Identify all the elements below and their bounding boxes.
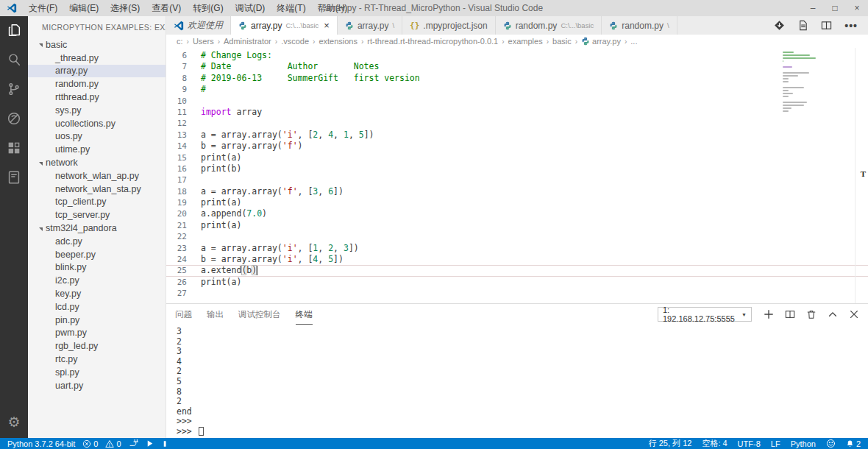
tree-item-uos.py[interactable]: uos.py bbox=[28, 130, 166, 144]
breadcrumb-item-3[interactable]: .vscode bbox=[281, 37, 309, 46]
breadcrumb-item-7[interactable]: basic bbox=[552, 37, 572, 46]
code-editor[interactable]: 6# Change Logs:7# Date Author Notes8# 20… bbox=[166, 48, 868, 303]
menu-item-5[interactable]: 调试(D) bbox=[230, 3, 271, 13]
tree-item-basic[interactable]: basic bbox=[28, 38, 166, 52]
language-mode[interactable]: Python bbox=[791, 439, 816, 448]
tree-item-key.py[interactable]: key.py bbox=[28, 287, 166, 300]
code-line-13[interactable]: 13a = array.array('i', [2, 4, 1, 5]) bbox=[166, 130, 868, 141]
tree-item-tcp_client.py[interactable]: tcp_client.py bbox=[28, 196, 166, 209]
code-line-21[interactable]: 21print(a) bbox=[166, 220, 868, 231]
stop-button[interactable] bbox=[161, 439, 168, 448]
activity-micropython-examples[interactable] bbox=[0, 163, 28, 193]
tree-item-adc.py[interactable]: adc.py bbox=[28, 235, 166, 248]
code-line-6[interactable]: 6# Change Logs: bbox=[166, 50, 868, 61]
split-editor-icon[interactable] bbox=[821, 20, 832, 31]
code-line-20[interactable]: 20a.append(7.0) bbox=[166, 208, 868, 219]
split-terminal-icon[interactable] bbox=[785, 309, 795, 319]
code-line-15[interactable]: 15print(a) bbox=[166, 152, 868, 163]
rt-thread-download-icon[interactable] bbox=[774, 20, 785, 31]
tree-item-ucollections.py[interactable]: ucollections.py bbox=[28, 117, 166, 130]
tree-item-rgb_led.py[interactable]: rgb_led.py bbox=[28, 339, 166, 353]
notifications-bell[interactable]: 2 bbox=[846, 439, 861, 448]
code-line-27[interactable]: 27 bbox=[166, 288, 868, 299]
menu-item-1[interactable]: 编辑(E) bbox=[63, 3, 104, 13]
breadcrumb-item-2[interactable]: Administrator bbox=[224, 37, 271, 46]
tree-item-pwm.py[interactable]: pwm.py bbox=[28, 327, 166, 340]
code-line-7[interactable]: 7# Date Author Notes bbox=[166, 61, 868, 72]
tab-random.py-5[interactable]: random.py\ bbox=[602, 16, 677, 35]
tree-item-network_wlan_ap.py[interactable]: network_wlan_ap.py bbox=[28, 169, 166, 183]
breadcrumb-item-9[interactable]: ... bbox=[630, 37, 637, 46]
tree-item-uart.py[interactable]: uart.py bbox=[28, 379, 166, 392]
menu-item-6[interactable]: 终端(T) bbox=[271, 3, 311, 13]
code-line-22[interactable]: 22 bbox=[166, 231, 868, 242]
code-line-23[interactable]: 23a = array.array('i', [1, 2, 3]) bbox=[166, 243, 868, 254]
activity-explorer[interactable] bbox=[0, 16, 28, 46]
menu-item-3[interactable]: 查看(V) bbox=[146, 3, 187, 13]
code-line-14[interactable]: 14b = array.array('f') bbox=[166, 141, 868, 152]
encoding[interactable]: UTF-8 bbox=[738, 439, 761, 448]
tree-item-stm32l4_pandora[interactable]: stm32l4_pandora bbox=[28, 222, 166, 235]
tree-item-spi.py[interactable]: spi.py bbox=[28, 366, 166, 379]
tab-array.py-1[interactable]: array.pyC:\...\basic× bbox=[231, 16, 338, 35]
tree-item-rtthread.py[interactable]: rtthread.py bbox=[28, 91, 166, 104]
code-line-12[interactable]: 12 bbox=[166, 118, 868, 129]
code-line-11[interactable]: 11import array bbox=[166, 107, 868, 118]
menu-item-2[interactable]: 选择(S) bbox=[104, 3, 146, 13]
code-line-25[interactable]: 25a.extend(b) bbox=[166, 265, 868, 276]
breadcrumb-item-4[interactable]: extensions bbox=[319, 37, 357, 46]
tree-item-random.py[interactable]: random.py bbox=[28, 77, 166, 91]
terminal-output[interactable]: 32342582end>>>>>> bbox=[166, 325, 868, 437]
menu-item-0[interactable]: 文件(F) bbox=[23, 3, 63, 13]
tree-item-network_wlan_sta.py[interactable]: network_wlan_sta.py bbox=[28, 183, 166, 196]
tree-item-pin.py[interactable]: pin.py bbox=[28, 314, 166, 327]
tree-item-beeper.py[interactable]: beeper.py bbox=[28, 248, 166, 261]
errors-indicator[interactable]: 0 bbox=[82, 439, 98, 448]
run-file-button[interactable] bbox=[146, 439, 154, 448]
activity-settings[interactable]: ⚙ bbox=[0, 409, 28, 435]
code-line-19[interactable]: 19print(a) bbox=[166, 197, 868, 208]
tab-random.py-4[interactable]: random.pyC:\...\basic bbox=[496, 16, 602, 35]
kill-terminal-icon[interactable] bbox=[806, 309, 817, 319]
panel-tab-2[interactable]: 调试控制台 bbox=[238, 304, 281, 325]
breadcrumb-item-0[interactable]: c: bbox=[177, 37, 183, 46]
tab-array.py-2[interactable]: array.py\ bbox=[338, 16, 402, 35]
activity-source-control[interactable] bbox=[0, 75, 28, 105]
code-line-24[interactable]: 24b = array.array('i', [4, 5]) bbox=[166, 254, 868, 265]
indentation[interactable]: 空格: 4 bbox=[702, 438, 727, 449]
code-line-8[interactable]: 8# 2019-06-13 SummerGift first version bbox=[166, 73, 868, 84]
tree-item-utime.py[interactable]: utime.py bbox=[28, 143, 166, 156]
tree-item-rtc.py[interactable]: rtc.py bbox=[28, 353, 166, 366]
new-terminal-icon[interactable] bbox=[764, 309, 774, 319]
warnings-indicator[interactable]: 0 bbox=[105, 439, 121, 448]
code-line-16[interactable]: 16print(b) bbox=[166, 163, 868, 174]
breadcrumb-item-8[interactable]: array.py bbox=[581, 37, 621, 46]
tree-item-_thread.py[interactable]: _thread.py bbox=[28, 52, 166, 65]
tree-item-lcd.py[interactable]: lcd.py bbox=[28, 300, 166, 314]
code-line-26[interactable]: 26print(a) bbox=[166, 277, 868, 288]
more-actions-icon[interactable]: ••• bbox=[844, 20, 858, 32]
panel-tab-0[interactable]: 问题 bbox=[175, 304, 192, 325]
tree-item-network[interactable]: network bbox=[28, 156, 166, 169]
tree-item-i2c.py[interactable]: i2c.py bbox=[28, 274, 166, 287]
tree-item-sys.py[interactable]: sys.py bbox=[28, 104, 166, 117]
cursor-position[interactable]: 行 25, 列 12 bbox=[649, 438, 692, 449]
panel-tab-3[interactable]: 终端 bbox=[296, 304, 313, 325]
eol-sequence[interactable]: LF bbox=[771, 439, 780, 448]
tree-item-array.py[interactable]: array.py bbox=[28, 65, 166, 78]
menu-item-4[interactable]: 转到(G) bbox=[187, 3, 229, 13]
code-line-10[interactable]: 10 bbox=[166, 96, 868, 107]
tab-.mpyproject.json-3[interactable]: {}.mpyproject.json bbox=[402, 16, 496, 35]
maximize-button[interactable]: □ bbox=[824, 0, 846, 16]
maximize-panel-icon[interactable] bbox=[828, 309, 838, 319]
tree-item-blink.py[interactable]: blink.py bbox=[28, 261, 166, 275]
code-line-18[interactable]: 18a = array.array('f', [3, 6]) bbox=[166, 186, 868, 197]
minimize-button[interactable]: – bbox=[802, 0, 824, 16]
minimap[interactable] bbox=[783, 52, 853, 116]
code-line-17[interactable]: 17 bbox=[166, 174, 868, 185]
breadcrumb-item-6[interactable]: examples bbox=[508, 37, 543, 46]
panel-tab-1[interactable]: 输出 bbox=[207, 304, 224, 325]
tab--0[interactable]: 欢迎使用 bbox=[166, 16, 231, 35]
breadcrumb-item-5[interactable]: rt-thread.rt-thread-micropython-0.0.1 bbox=[367, 37, 498, 46]
activity-extensions[interactable] bbox=[0, 134, 28, 163]
